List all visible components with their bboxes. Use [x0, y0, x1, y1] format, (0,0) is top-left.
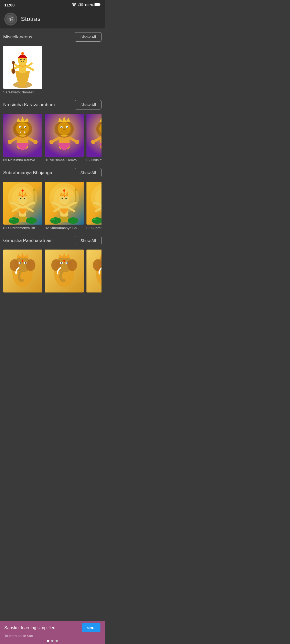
- svg-point-19: [22, 57, 23, 58]
- svg-point-96: [62, 198, 63, 199]
- ganesha-items-row: [3, 250, 102, 294]
- svg-point-25: [33, 140, 38, 144]
- section-miscellaneous-title: Miscellaneous: [3, 34, 32, 40]
- svg-point-24: [8, 140, 12, 144]
- svg-point-134: [61, 262, 63, 264]
- card-nrusimha-3-label: 02 Nrusimha Kara: [86, 158, 102, 162]
- svg-point-34: [19, 135, 26, 137]
- card-ganesha-3[interactable]: [86, 250, 102, 294]
- section-miscellaneous-header: Miscellaneous Show All: [3, 31, 102, 43]
- card-nrusimha-3[interactable]: 02 Nrusimha Kara: [86, 114, 102, 162]
- svg-point-45: [61, 127, 62, 128]
- card-ganesha-2-image: [45, 250, 84, 292]
- card-subrahmanya-3-label: 03 Subrahmanya B: [86, 226, 102, 230]
- main-content: Miscellaneous Show All: [0, 28, 105, 323]
- section-subrahmanya-header: Subrahmanya Bhujanga Show All: [3, 167, 102, 178]
- subrahmanya-items-row: 01 Subrahmanya Bh: [3, 182, 102, 230]
- card-saraswathi-label: Saraswathi Namastu: [3, 90, 42, 94]
- wifi-icon: [72, 3, 77, 7]
- show-all-ganesha[interactable]: Show All: [75, 236, 102, 245]
- app-header: ॐ Stotras: [0, 10, 105, 28]
- section-subrahmanya-title: Subrahmanya Bhujanga: [3, 170, 52, 175]
- show-all-miscellaneous[interactable]: Show All: [75, 32, 102, 42]
- svg-point-126: [22, 260, 23, 262]
- svg-point-78: [20, 198, 21, 199]
- svg-point-80: [22, 196, 23, 197]
- svg-point-77: [21, 189, 24, 192]
- card-nrusimha-2-image: [45, 114, 84, 157]
- card-saraswathi-image: [3, 46, 42, 89]
- card-subrahmanya-3-image: [86, 182, 102, 225]
- svg-point-39: [49, 140, 54, 144]
- status-bar: 11:00 LTE 100%: [0, 0, 105, 10]
- svg-point-131: [67, 259, 77, 271]
- card-subrahmanya-1[interactable]: 01 Subrahmanya Bh: [3, 182, 42, 230]
- svg-point-125: [25, 262, 26, 264]
- svg-point-12: [12, 69, 15, 74]
- section-nrusimha-title: Nrusimha Karavalambam: [3, 102, 55, 108]
- show-all-nrusimha[interactable]: Show All: [75, 100, 102, 109]
- svg-point-33: [21, 129, 24, 130]
- card-nrusimha-2[interactable]: 01 Nrusimha Karavo: [45, 114, 84, 162]
- card-nrusimha-3-image: [86, 114, 102, 157]
- card-subrahmanya-1-image: [3, 182, 42, 225]
- svg-text:ॐ: ॐ: [9, 16, 13, 22]
- section-miscellaneous: Miscellaneous Show All: [3, 31, 102, 94]
- nrusimha-items-row: 03 Nrusimha Karavo: [3, 114, 102, 162]
- card-ganesha-1-image: [3, 250, 42, 292]
- svg-point-32: [25, 127, 26, 128]
- card-nrusimha-1-image: [3, 114, 42, 157]
- svg-point-97: [66, 198, 67, 199]
- lte-icon: LTE: [78, 3, 84, 7]
- svg-rect-0: [95, 3, 100, 6]
- battery-icon: [95, 3, 100, 7]
- svg-point-46: [67, 127, 68, 128]
- svg-point-95: [63, 189, 65, 192]
- svg-point-48: [60, 135, 68, 137]
- card-subrahmanya-3[interactable]: 03 Subrahmanya B: [86, 182, 102, 230]
- section-ganesha-header: Ganesha Pancharatnam Show All: [3, 235, 102, 246]
- svg-point-136: [63, 260, 65, 262]
- card-ganesha-1[interactable]: [3, 250, 42, 294]
- card-saraswathi[interactable]: Saraswathi Namastu: [3, 46, 42, 94]
- svg-rect-1: [100, 4, 100, 5]
- section-nrusimha: Nrusimha Karavalambam Show All: [3, 99, 102, 162]
- svg-point-86: [68, 217, 78, 224]
- svg-point-121: [26, 259, 35, 271]
- svg-point-16: [21, 52, 24, 55]
- svg-point-17: [20, 59, 22, 60]
- battery-percent: 100%: [85, 3, 93, 7]
- app-title: Stotras: [21, 16, 41, 23]
- section-ganesha-title: Ganesha Pancharatnam: [3, 238, 53, 243]
- svg-point-40: [75, 140, 79, 144]
- svg-rect-84: [60, 217, 68, 222]
- app-logo: ॐ: [4, 13, 17, 25]
- svg-point-31: [20, 127, 21, 128]
- svg-point-18: [24, 59, 25, 60]
- svg-rect-66: [18, 217, 27, 222]
- section-ganesha: Ganesha Pancharatnam Show All: [3, 235, 102, 294]
- miscellaneous-items-row: Saraswathi Namastu: [3, 46, 102, 94]
- card-subrahmanya-2[interactable]: 02 Subrahmanya Bh: [45, 182, 84, 230]
- card-nrusimha-2-label: 01 Nrusimha Karavo: [45, 158, 84, 162]
- section-subrahmanya: Subrahmanya Bhujanga Show All: [3, 167, 102, 230]
- status-right: LTE 100%: [72, 3, 100, 7]
- card-nrusimha-1-label: 03 Nrusimha Karavo: [3, 158, 42, 162]
- card-subrahmanya-2-image: [45, 182, 84, 225]
- svg-point-79: [24, 198, 25, 199]
- card-subrahmanya-1-label: 01 Subrahmanya Bh: [3, 226, 42, 230]
- card-subrahmanya-2-label: 02 Subrahmanya Bh: [45, 226, 84, 230]
- svg-point-124: [20, 262, 21, 264]
- show-all-subrahmanya[interactable]: Show All: [75, 168, 102, 177]
- status-time: 11:00: [4, 3, 15, 7]
- svg-point-67: [9, 217, 19, 224]
- svg-point-135: [67, 262, 68, 264]
- svg-point-85: [50, 217, 61, 224]
- card-nrusimha-1[interactable]: 03 Nrusimha Karavo: [3, 114, 42, 162]
- svg-point-14: [12, 61, 15, 64]
- svg-point-47: [63, 129, 66, 130]
- card-ganesha-3-image: [86, 250, 102, 292]
- card-ganesha-2[interactable]: [45, 250, 84, 294]
- svg-point-98: [64, 196, 65, 197]
- section-nrusimha-header: Nrusimha Karavalambam Show All: [3, 99, 102, 111]
